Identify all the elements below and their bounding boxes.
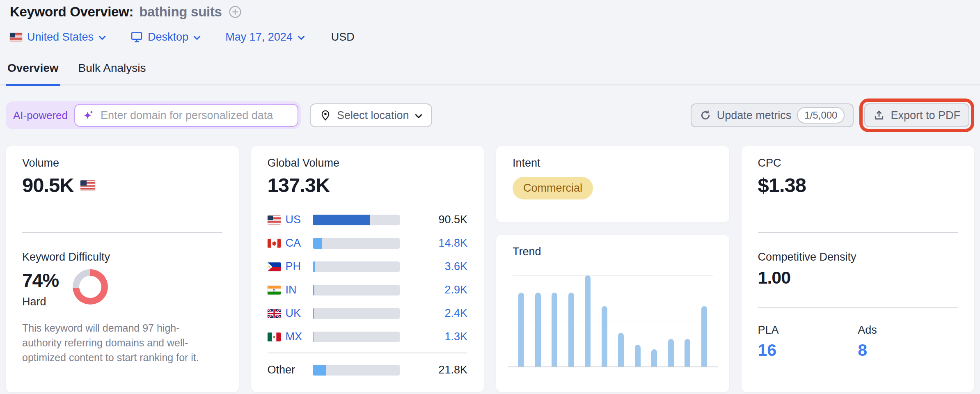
add-keyword-icon[interactable] [229,5,242,18]
mx-flag-icon [268,332,286,341]
export-highlight-annotation: Export to PDF [859,98,974,132]
volume-card: Volume 90.5K Keyword Difficulty 74% Hard [6,146,239,392]
divider [268,353,468,353]
intent-label: Intent [513,157,713,170]
chevron-down-icon [98,35,106,40]
tab-overview[interactable]: Overview [6,59,60,86]
country-row: IN2.9K [268,278,468,302]
country-link-ph[interactable]: PH [286,260,313,273]
other-label: Other [268,364,313,376]
uk-flag-icon [268,309,286,318]
controls-row: AI-powered Select location [6,98,974,132]
chevron-down-icon [415,114,422,119]
keyword-overview-page: Keyword Overview: bathing suits United S… [0,0,980,394]
pla-label: PLA [758,324,858,337]
metrics-cards: Volume 90.5K Keyword Difficulty 74% Hard [6,146,974,386]
us-flag-icon [10,33,22,41]
country-row: UK2.4K [268,302,468,325]
country-volume-value[interactable]: 3.6K [444,260,467,273]
select-location-dropdown[interactable]: Select location [310,103,432,127]
country-link-us[interactable]: US [286,213,313,226]
trend-bar [618,333,624,367]
ads-label: Ads [858,324,958,337]
volume-value: 90.5K [22,174,74,197]
country-volume-bar [313,332,400,342]
chevron-down-icon [298,35,305,40]
country-volume-value[interactable]: 2.4K [444,307,467,320]
trend-card: Trend [496,235,729,392]
divider [758,232,958,233]
us-flag-icon [268,215,286,224]
header-actions: Update metrics 1/5,000 Export to PDF [691,98,974,132]
trend-bar [651,349,657,367]
ca-flag-icon [268,239,286,248]
ads-value[interactable]: 8 [858,341,958,360]
pla-value[interactable]: 16 [758,341,858,360]
country-volume-bar [313,215,400,225]
country-link-uk[interactable]: UK [286,307,313,320]
country-volume-bar [313,308,400,319]
intent-badge[interactable]: Commercial [513,177,593,199]
export-to-pdf-button[interactable]: Export to PDF [864,103,969,127]
date-selector[interactable]: May 17, 2024 [225,31,305,44]
trend-bar [602,306,607,367]
keyword-difficulty-donut [73,269,108,305]
tab-bar: Overview Bulk Analysis [0,59,980,85]
domain-input[interactable] [100,109,290,122]
country-link-mx[interactable]: MX [286,330,313,343]
chevron-down-icon [193,35,201,40]
global-volume-card: Global Volume 137.3K US90.5KCA14.8KPH3.6… [251,146,484,392]
quota-badge: 1/5,000 [797,107,845,124]
trend-bar [535,293,541,367]
filter-bar: United States Desktop May 17, 2024 [10,30,970,44]
page-title: Keyword Overview: [10,4,133,20]
cpc-value: $1.38 [758,174,806,197]
country-volume-bar [313,261,400,272]
country-volume-value[interactable]: 2.9K [444,284,467,296]
trend-chart [513,275,713,367]
trend-bar [568,293,574,367]
country-selector[interactable]: United States [10,31,106,44]
in-flag-icon [268,286,286,295]
date-filter-label: May 17, 2024 [225,31,293,44]
country-row: MX1.3K [268,325,468,348]
global-volume-label: Global Volume [268,157,468,170]
export-upload-icon [873,110,885,121]
trend-bar [518,293,524,367]
country-volume-value: 90.5K [438,213,467,226]
tab-bulk-analysis[interactable]: Bulk Analysis [77,59,148,86]
keyword-difficulty-label: Keyword Difficulty [22,251,222,263]
select-location-label: Select location [337,109,409,122]
update-metrics-label: Update metrics [717,109,792,122]
cpc-label: CPC [758,157,958,170]
country-link-ca[interactable]: CA [286,237,313,250]
keyword-text: bathing suits [139,4,222,20]
intent-trend-column: Intent Commercial Trend [496,146,729,392]
trend-bar [552,293,557,367]
country-link-in[interactable]: IN [286,284,313,296]
country-volume-bar [313,285,400,296]
competitive-density-label: Competitive Density [758,251,958,263]
export-to-pdf-label: Export to PDF [891,109,960,122]
country-row: US90.5K [268,208,468,231]
divider [758,307,958,308]
trend-label: Trend [513,245,713,258]
header: Keyword Overview: bathing suits United S… [0,0,980,44]
competitive-density-value: 1.00 [758,268,958,288]
other-volume-value: 21.8K [438,364,467,376]
intent-card: Intent Commercial [496,146,729,222]
update-metrics-button[interactable]: Update metrics 1/5,000 [691,103,854,127]
domain-input-box[interactable] [74,104,298,127]
trend-bar [701,306,707,367]
trend-baseline [508,367,718,367]
country-filter-label: United States [27,31,94,44]
desktop-icon [131,31,143,43]
country-volume-value[interactable]: 1.3K [444,330,467,343]
location-pin-icon [320,110,331,121]
device-selector[interactable]: Desktop [131,31,201,44]
us-flag-icon [80,180,95,190]
trend-bars [518,275,707,367]
country-volume-value[interactable]: 14.8K [438,237,467,250]
volume-label: Volume [22,157,222,170]
trend-bar [668,339,674,367]
